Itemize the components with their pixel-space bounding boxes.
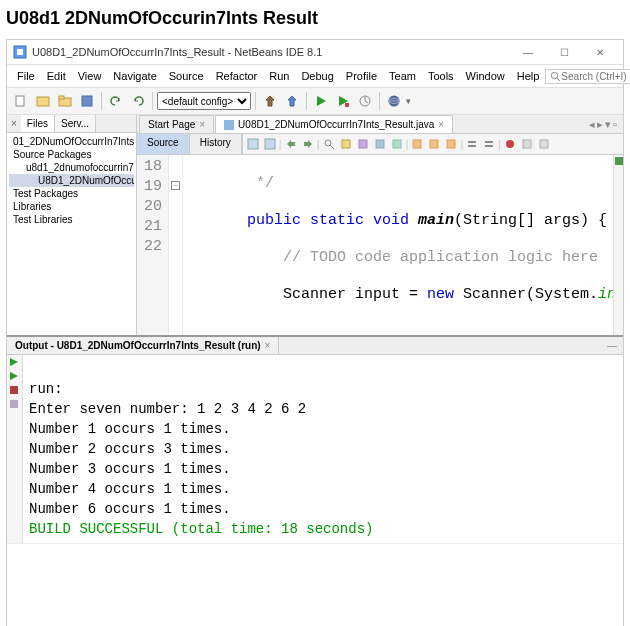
et-icon[interactable] — [262, 136, 278, 152]
open-icon[interactable] — [55, 91, 75, 111]
menu-refactor[interactable]: Refactor — [210, 67, 264, 85]
code-editor[interactable]: 18 19 20 21 22 − */ public static void m… — [137, 155, 623, 335]
menu-view[interactable]: View — [72, 67, 108, 85]
search-box[interactable] — [545, 69, 630, 84]
files-tab[interactable]: Files — [21, 115, 55, 132]
tree-test-packages[interactable]: Test Packages — [9, 187, 134, 200]
tree-java-file[interactable]: U8D1_2DNumOfOccurrIn7I — [9, 174, 134, 187]
et-icon[interactable] — [519, 136, 535, 152]
et-icon[interactable] — [464, 136, 480, 152]
stop-icon[interactable] — [9, 385, 21, 397]
undo-icon[interactable] — [106, 91, 126, 111]
close-icon[interactable]: × — [438, 119, 444, 130]
et-icon[interactable] — [245, 136, 261, 152]
services-tab[interactable]: Serv... — [55, 115, 96, 132]
tab-scroll-right-icon[interactable]: ▸ — [597, 118, 603, 131]
tab-scroll-left-icon[interactable]: ◂ — [589, 118, 595, 131]
et-icon[interactable] — [536, 136, 552, 152]
history-view-tab[interactable]: History — [190, 134, 242, 154]
code-lines[interactable]: */ public static void main(String[] args… — [183, 155, 613, 335]
menu-source[interactable]: Source — [163, 67, 210, 85]
svg-rect-25 — [376, 140, 384, 148]
minimize-button[interactable]: — — [511, 44, 545, 60]
et-icon[interactable] — [338, 136, 354, 152]
run-icon[interactable] — [311, 91, 331, 111]
et-icon[interactable] — [300, 136, 316, 152]
file-tab[interactable]: U08D1_2DNumOfOccurrIn7Ints_Result.java× — [215, 115, 453, 133]
menu-tools[interactable]: Tools — [422, 67, 460, 85]
settings-icon[interactable] — [9, 399, 21, 411]
menu-bar: File Edit View Navigate Source Refactor … — [7, 65, 623, 88]
tree-package[interactable]: u8d1_2dnumofoccurrin7ints_res — [9, 161, 134, 174]
tree-project[interactable]: 01_2DNumOfOccurrIn7Ints_Result — [9, 135, 134, 148]
project-tree[interactable]: 01_2DNumOfOccurrIn7Ints_Result Source Pa… — [7, 133, 136, 228]
line-gutter: 18 19 20 21 22 — [137, 155, 169, 335]
new-project-icon[interactable] — [33, 91, 53, 111]
close-button[interactable]: ✕ — [583, 44, 617, 60]
clean-build-icon[interactable] — [282, 91, 302, 111]
maximize-editor-icon[interactable]: ▫ — [613, 118, 617, 131]
title-bar: U08D1_2DNumOfOccurrIn7Ints_Result - NetB… — [7, 40, 623, 65]
et-icon[interactable] — [355, 136, 371, 152]
menu-debug[interactable]: Debug — [295, 67, 339, 85]
ide-window: U08D1_2DNumOfOccurrIn7Ints_Result - NetB… — [6, 39, 624, 626]
svg-rect-7 — [59, 96, 64, 99]
svg-point-34 — [506, 140, 514, 148]
svg-rect-18 — [224, 120, 234, 130]
et-icon[interactable] — [321, 136, 337, 152]
globe-icon[interactable] — [384, 91, 404, 111]
menu-file[interactable]: File — [11, 67, 41, 85]
empty-area — [7, 543, 623, 626]
menu-team[interactable]: Team — [383, 67, 422, 85]
netbeans-icon — [13, 45, 27, 59]
window-title: U08D1_2DNumOfOccurrIn7Ints_Result - NetB… — [32, 46, 511, 58]
svg-line-3 — [557, 78, 560, 81]
save-all-icon[interactable] — [77, 91, 97, 111]
menu-window[interactable]: Window — [460, 67, 511, 85]
minimize-output-icon[interactable]: — — [601, 340, 623, 351]
build-icon[interactable] — [260, 91, 280, 111]
menu-run[interactable]: Run — [263, 67, 295, 85]
fold-minus-icon[interactable]: − — [171, 181, 180, 190]
tree-libraries[interactable]: Libraries — [9, 200, 134, 213]
new-file-icon[interactable] — [11, 91, 31, 111]
svg-rect-28 — [430, 140, 438, 148]
et-icon[interactable] — [443, 136, 459, 152]
svg-rect-31 — [468, 145, 476, 147]
tree-test-libraries[interactable]: Test Libraries — [9, 213, 134, 226]
et-icon[interactable] — [481, 136, 497, 152]
rerun-icon[interactable] — [9, 371, 21, 383]
menu-edit[interactable]: Edit — [41, 67, 72, 85]
output-text[interactable]: run: Enter seven number: 1 2 3 4 2 6 2 N… — [23, 355, 623, 543]
menu-profile[interactable]: Profile — [340, 67, 383, 85]
et-icon[interactable] — [409, 136, 425, 152]
et-icon[interactable] — [372, 136, 388, 152]
error-stripe[interactable] — [613, 155, 623, 335]
fold-column[interactable]: − — [169, 155, 183, 335]
menu-help[interactable]: Help — [511, 67, 546, 85]
close-icon[interactable]: × — [265, 340, 271, 351]
config-select[interactable]: <default config> — [157, 92, 251, 110]
tab-list-icon[interactable]: ▾ — [605, 118, 611, 131]
redo-icon[interactable] — [128, 91, 148, 111]
debug-icon[interactable] — [333, 91, 353, 111]
close-icon[interactable]: × — [199, 119, 205, 130]
svg-rect-32 — [485, 141, 493, 143]
output-tab[interactable]: Output - U8D1_2DNumOfOccurrIn7Ints_Resul… — [7, 337, 279, 354]
et-icon[interactable] — [426, 136, 442, 152]
start-page-tab[interactable]: Start Page× — [139, 115, 214, 133]
et-icon[interactable] — [283, 136, 299, 152]
et-icon[interactable] — [389, 136, 405, 152]
tree-source-packages[interactable]: Source Packages — [9, 148, 134, 161]
panel-close-icon[interactable]: × — [7, 115, 21, 132]
source-view-tab[interactable]: Source — [137, 134, 190, 154]
rerun-icon[interactable] — [9, 357, 21, 369]
et-icon[interactable] — [502, 136, 518, 152]
maximize-button[interactable]: ☐ — [547, 44, 581, 60]
profile-icon[interactable] — [355, 91, 375, 111]
svg-rect-38 — [10, 400, 18, 408]
output-toolbar — [7, 355, 23, 543]
menu-navigate[interactable]: Navigate — [107, 67, 162, 85]
svg-rect-9 — [345, 103, 349, 107]
search-input[interactable] — [561, 71, 630, 82]
